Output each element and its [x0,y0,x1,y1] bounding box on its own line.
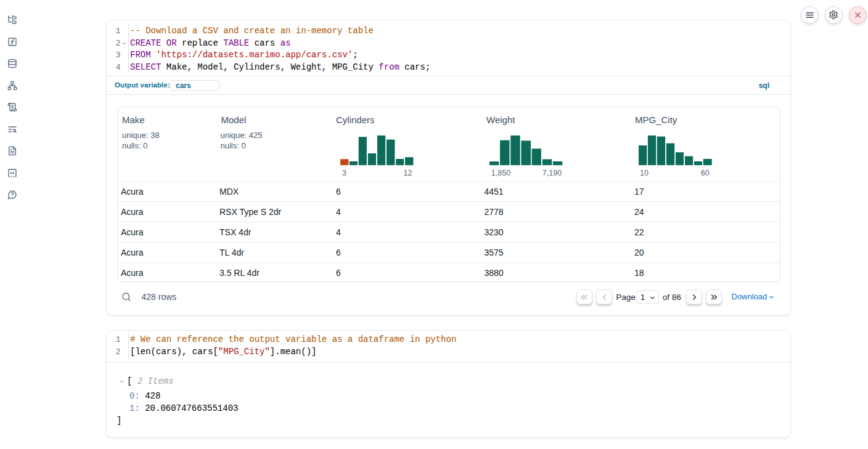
svg-text:12: 12 [404,168,412,177]
svg-text:3: 3 [342,168,346,177]
svg-text:60: 60 [701,168,710,177]
svg-text:10: 10 [640,168,649,177]
svg-text:1,850: 1,850 [491,168,510,177]
svg-text:7,190: 7,190 [542,168,562,177]
